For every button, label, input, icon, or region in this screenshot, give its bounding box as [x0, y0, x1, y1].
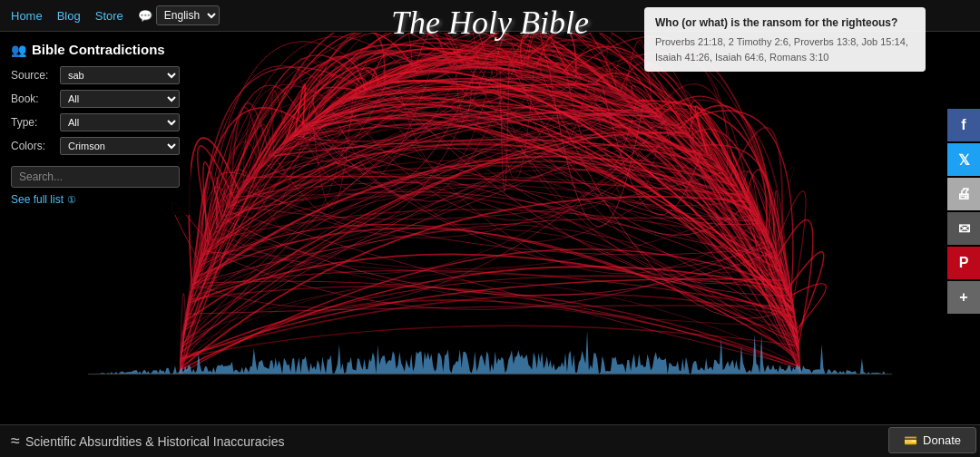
- nav-store[interactable]: Store: [95, 9, 123, 23]
- sidebar-title: Bible Contradictions: [11, 42, 180, 57]
- question-box: Who (or what) is the ransom for the righ…: [644, 7, 926, 72]
- email-button[interactable]: ✉: [947, 212, 980, 245]
- book-row: Book: All: [11, 90, 180, 108]
- colors-label: Colors:: [11, 140, 54, 152]
- source-row: Source: sab: [11, 66, 180, 84]
- left-sidebar: Bible Contradictions Source: sab Book: A…: [0, 33, 191, 215]
- see-full-list-link[interactable]: See full list: [11, 193, 180, 206]
- print-button[interactable]: 🖨: [947, 178, 980, 210]
- search-input[interactable]: [11, 166, 180, 188]
- donate-button[interactable]: Donate: [888, 427, 976, 453]
- question-refs: Proverbs 21:18, 2 Timothy 2:6, Proverbs …: [655, 34, 915, 64]
- type-select[interactable]: All: [60, 113, 180, 131]
- type-row: Type: All: [11, 113, 180, 131]
- chat-icon: 💬: [138, 9, 152, 23]
- source-label: Source:: [11, 69, 54, 82]
- site-title: The Holy Bible: [391, 0, 589, 45]
- question-text: Who (or what) is the ransom for the righ…: [655, 15, 915, 31]
- type-label: Type:: [11, 116, 54, 129]
- pinterest-button[interactable]: P: [947, 247, 980, 279]
- language-select[interactable]: English: [156, 5, 220, 25]
- book-label: Book:: [11, 92, 54, 105]
- colors-select[interactable]: Crimson: [60, 137, 180, 155]
- facebook-button[interactable]: f: [947, 109, 980, 141]
- source-select[interactable]: sab: [60, 66, 180, 84]
- social-sidebar: f 𝕏 🖨 ✉ P +: [947, 109, 980, 316]
- book-select[interactable]: All: [60, 90, 180, 108]
- nav-blog[interactable]: Blog: [57, 9, 81, 23]
- share-plus-button[interactable]: +: [947, 281, 980, 314]
- twitter-button[interactable]: 𝕏: [947, 143, 980, 176]
- bottom-section-label: Scientific Absurdities & Historical Inac…: [0, 424, 980, 457]
- donate-label: Donate: [923, 433, 961, 447]
- nav-home[interactable]: Home: [11, 9, 43, 23]
- colors-row: Colors: Crimson: [11, 137, 180, 155]
